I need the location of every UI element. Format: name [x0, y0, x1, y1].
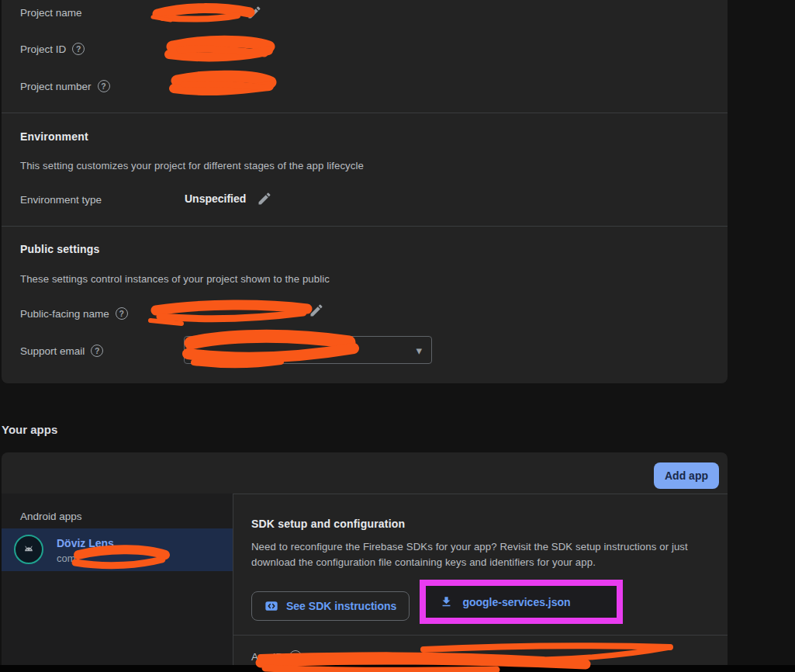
environment-type-value-row: Unspecified [185, 191, 272, 206]
sdk-setup-title: SDK setup and configuration [251, 518, 405, 530]
environment-section-title: Environment [20, 130, 88, 143]
android-apps-list-title: Android apps [20, 511, 82, 522]
environment-type-label-text: Environment type [20, 194, 102, 206]
apps-list-panel: Android apps Döviz Lens com. [2, 494, 233, 665]
edit-public-facing-name-icon[interactable] [309, 303, 324, 318]
viewport-bottom-edge [0, 665, 795, 672]
public-settings-section-description: These settings control instances of your… [20, 272, 330, 287]
support-email-label-text: Support email [20, 345, 85, 357]
divider [233, 494, 233, 665]
firebase-project-settings-page: Project name Project ID ? Project number… [0, 0, 795, 672]
project-id-label: Project ID ? [20, 43, 85, 55]
android-app-avatar [14, 535, 43, 564]
app-name: Döviz Lens [57, 537, 114, 549]
highlight-annotation: google-services.json [420, 580, 623, 624]
edit-environment-type-icon[interactable] [257, 191, 272, 206]
public-settings-section-title: Public settings [20, 243, 100, 255]
android-apps-list-title-text: Android apps [20, 511, 82, 522]
see-sdk-instructions-button[interactable]: See SDK instructions [251, 591, 410, 621]
project-number-label: Project number ? [20, 80, 110, 92]
your-apps-section-title: Your apps [2, 423, 57, 436]
edit-project-name-icon[interactable] [247, 5, 262, 20]
project-number-label-text: Project number [20, 81, 92, 92]
project-name-label-text: Project name [20, 7, 82, 19]
app-id-label-text: App ID [251, 651, 283, 663]
support-email-label: Support email ? [20, 345, 103, 357]
sdk-setup-description: Need to reconfigure the Firebase SDKs fo… [251, 539, 717, 570]
sdk-buttons-row: See SDK instructions google-services.jso… [251, 580, 623, 624]
your-apps-card: Add app Android apps Döviz Lens com. [2, 452, 728, 665]
project-id-help-icon[interactable]: ? [72, 43, 85, 55]
project-settings-card: Project name Project ID ? Project number… [2, 0, 728, 383]
download-google-services-json-button[interactable]: google-services.json [426, 586, 617, 618]
add-app-button[interactable]: Add app [654, 462, 719, 489]
android-icon [22, 542, 36, 556]
public-facing-name-help-icon[interactable]: ? [116, 307, 128, 320]
environment-type-label: Environment type [20, 194, 102, 206]
see-sdk-instructions-label: See SDK instructions [286, 600, 396, 612]
app-list-item-doviz-lens[interactable]: Döviz Lens com. [2, 528, 233, 571]
environment-type-value: Unspecified [185, 192, 246, 205]
divider [233, 635, 728, 636]
divider [2, 113, 728, 113]
support-email-select[interactable]: ▾ [184, 336, 432, 364]
project-id-label-text: Project ID [20, 43, 66, 55]
chevron-down-icon: ▾ [416, 345, 422, 356]
app-id-help-icon[interactable]: ? [289, 650, 302, 663]
app-package-name: com. [57, 552, 78, 564]
download-icon [440, 595, 453, 608]
support-email-help-icon[interactable]: ? [91, 345, 103, 357]
project-number-help-icon[interactable]: ? [98, 80, 110, 92]
project-name-label: Project name [20, 7, 82, 19]
public-facing-name-label-text: Public-facing name [20, 308, 109, 320]
code-icon [264, 599, 278, 613]
public-facing-name-label: Public-facing name ? [20, 307, 128, 320]
environment-section-description: This setting customizes your project for… [20, 158, 364, 174]
divider [2, 226, 728, 227]
app-id-label: App ID ? [251, 650, 302, 663]
download-google-services-json-label: google-services.json [462, 596, 570, 608]
